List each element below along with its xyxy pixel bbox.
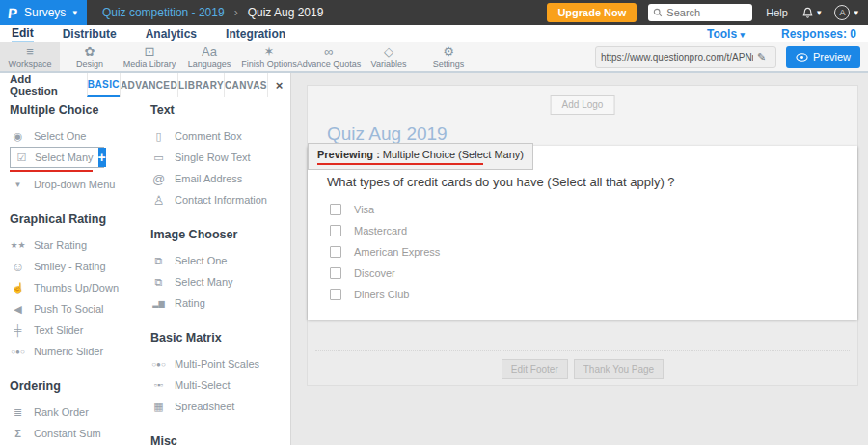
question-type-multi-select[interactable]: ▫▪▫ Multi-Select bbox=[150, 375, 283, 396]
question-type-push-to-social[interactable]: ◀ Push To Social bbox=[10, 298, 150, 320]
notifications-menu[interactable]: ▾ bbox=[801, 7, 822, 19]
toolbar-item-media-library[interactable]: ⊡ Media Library bbox=[120, 42, 179, 71]
section-text: Text ▯ Comment Box ▭ Single Row Text @ E… bbox=[150, 103, 283, 210]
checkbox[interactable] bbox=[330, 289, 341, 300]
upgrade-now-button[interactable]: Upgrade Now bbox=[547, 3, 637, 22]
image-icon: ⊡ bbox=[145, 45, 155, 58]
tab-analytics[interactable]: Analytics bbox=[146, 27, 197, 42]
question-type-contact-information[interactable]: ♙ Contact Information bbox=[150, 189, 283, 210]
section-title: Text bbox=[150, 103, 283, 118]
toolbar-item-settings[interactable]: ⚙ Settings bbox=[419, 42, 478, 71]
responses-count[interactable]: Responses: 0 bbox=[781, 27, 856, 41]
question-type-comment-box[interactable]: ▯ Comment Box bbox=[150, 125, 283, 147]
bell-icon bbox=[801, 7, 814, 19]
toolbar-item-finish-options[interactable]: ✶ Finish Options bbox=[239, 42, 299, 71]
question-type-star-rating[interactable]: ★★ Star Rating bbox=[10, 235, 150, 256]
checkbox-icon: ☑ bbox=[14, 152, 30, 164]
question-type-smiley-rating[interactable]: ☺ Smiley - Rating bbox=[10, 256, 150, 277]
section-title: Ordering bbox=[10, 379, 150, 394]
add-question-panel: Add Question BASIC ADVANCED LIBRARY CANV… bbox=[0, 73, 291, 445]
question-type-multi-point-scales[interactable]: ○●○ Multi-Point Scales bbox=[150, 353, 283, 375]
account-menu[interactable]: A ▾ bbox=[834, 5, 858, 20]
question-type-thumbs-up-down[interactable]: ☝ Thumbs Up/Down bbox=[10, 277, 150, 298]
red-underline bbox=[317, 163, 483, 165]
survey-preview-stage: Add Logo Quiz Aug 2019 Previewing : Mult… bbox=[307, 85, 858, 386]
thank-you-page-button[interactable]: Thank You Page bbox=[574, 359, 664, 379]
question-type-dropdown-menu[interactable]: ▼ Drop-down Menu bbox=[10, 174, 150, 195]
search-box[interactable] bbox=[648, 4, 752, 21]
search-icon bbox=[653, 8, 663, 17]
survey-header-area: Add Logo Quiz Aug 2019 bbox=[308, 86, 857, 146]
question-type-single-row-text[interactable]: ▭ Single Row Text bbox=[150, 147, 283, 168]
sigma-icon: Σ bbox=[10, 428, 26, 439]
question-type-select-one[interactable]: ◉ Select One bbox=[10, 125, 150, 147]
toolbar-item-workspace[interactable]: ≡ Workspace bbox=[0, 42, 60, 71]
question-type-select-many[interactable]: ☑ Select Many + bbox=[10, 147, 104, 168]
textbox-icon: ▯ bbox=[150, 130, 167, 143]
survey-url-input[interactable] bbox=[601, 52, 753, 63]
option-row: Mastercard bbox=[330, 220, 857, 241]
help-link[interactable]: Help bbox=[766, 7, 788, 18]
close-icon[interactable]: × bbox=[267, 73, 290, 97]
edit-pencil-icon[interactable]: ✎ bbox=[757, 51, 766, 64]
tools-menu[interactable]: Tools ▾ bbox=[707, 27, 745, 41]
toolbar-item-advance-quotas[interactable]: ∞ Advance Quotas bbox=[299, 42, 359, 71]
edit-footer-button[interactable]: Edit Footer bbox=[502, 359, 568, 379]
question-type-image-rating[interactable]: ▂▆ Rating bbox=[150, 292, 283, 314]
option-label: Discover bbox=[354, 267, 395, 279]
previewing-label: Previewing : bbox=[317, 149, 380, 160]
thumb-icon: ☝ bbox=[10, 282, 26, 294]
tab-distribute[interactable]: Distribute bbox=[63, 27, 117, 42]
workspace-icon: ≡ bbox=[26, 45, 34, 58]
images-icon: ⧉ bbox=[150, 276, 167, 289]
toolbar-item-languages[interactable]: Aa Languages bbox=[179, 42, 239, 71]
magic-wand-icon: ✶ bbox=[264, 45, 275, 58]
images-icon: ⧉ bbox=[150, 255, 167, 267]
question-type-email-address[interactable]: @ Email Address bbox=[150, 168, 283, 189]
tab-integration[interactable]: Integration bbox=[226, 27, 285, 42]
toolbar-item-variables[interactable]: ◇ Variables bbox=[359, 42, 419, 71]
share-icon: ◀ bbox=[10, 303, 26, 316]
question-type-text-slider[interactable]: ╪ Text Slider bbox=[10, 320, 150, 341]
survey-footer-area: Edit Footer Thank You Page bbox=[308, 320, 857, 387]
tab-basic[interactable]: BASIC bbox=[87, 73, 120, 97]
question-type-image-select-one[interactable]: ⧉ Select One bbox=[150, 250, 283, 271]
multi-select-icon: ▫▪▫ bbox=[150, 380, 167, 390]
checkbox[interactable] bbox=[330, 246, 341, 258]
previewing-chip: Previewing : Multiple Choice (Select Man… bbox=[308, 143, 533, 170]
chevron-down-icon: ▾ bbox=[72, 8, 77, 17]
checkbox[interactable] bbox=[330, 225, 341, 236]
question-type-image-select-many[interactable]: ⧉ Select Many bbox=[150, 271, 283, 292]
slider-icon: ╪ bbox=[10, 324, 26, 336]
option-row: Diners Club bbox=[330, 284, 857, 305]
preview-button[interactable]: Preview bbox=[786, 46, 860, 68]
questionpro-logo-icon: P bbox=[7, 5, 18, 21]
question-type-spreadsheet[interactable]: ▦ Spreadsheet bbox=[150, 396, 283, 417]
question-type-constant-sum[interactable]: Σ Constant Sum bbox=[10, 423, 150, 444]
search-input[interactable] bbox=[666, 7, 744, 18]
add-select-many-button[interactable]: + bbox=[98, 148, 106, 167]
section-multiple-choice: Multiple Choice ◉ Select One ☑ Select Ma… bbox=[10, 103, 150, 195]
palette-icon: ✿ bbox=[85, 45, 95, 58]
checkbox[interactable] bbox=[330, 267, 341, 279]
question-type-rank-order[interactable]: ≣ Rank Order bbox=[10, 402, 150, 423]
option-row: American Express bbox=[330, 241, 857, 263]
at-icon: @ bbox=[150, 172, 167, 186]
tab-library[interactable]: LIBRARY bbox=[177, 73, 224, 97]
tab-advanced[interactable]: ADVANCED bbox=[120, 73, 177, 97]
breadcrumb-parent[interactable]: Quiz competition - 2019 bbox=[102, 6, 225, 19]
toolbar-item-design[interactable]: ✿ Design bbox=[60, 42, 120, 71]
question-type-numeric-slider[interactable]: ○●○ Numeric Slider bbox=[10, 341, 150, 362]
section-title: Misc bbox=[150, 434, 283, 445]
stars-icon: ★★ bbox=[10, 240, 26, 250]
person-icon: ♙ bbox=[150, 193, 167, 208]
panel-title: Add Question bbox=[0, 73, 87, 97]
checkbox[interactable] bbox=[330, 204, 341, 215]
section-title: Image Chooser bbox=[150, 228, 283, 242]
add-logo-button[interactable]: Add Logo bbox=[551, 95, 615, 115]
option-label: Visa bbox=[354, 204, 374, 215]
tab-canvas[interactable]: CANVAS bbox=[224, 73, 267, 97]
radio-icon: ◉ bbox=[10, 130, 26, 143]
surveys-menu[interactable]: P Surveys ▾ bbox=[0, 0, 87, 25]
tab-edit[interactable]: Edit bbox=[12, 26, 34, 42]
